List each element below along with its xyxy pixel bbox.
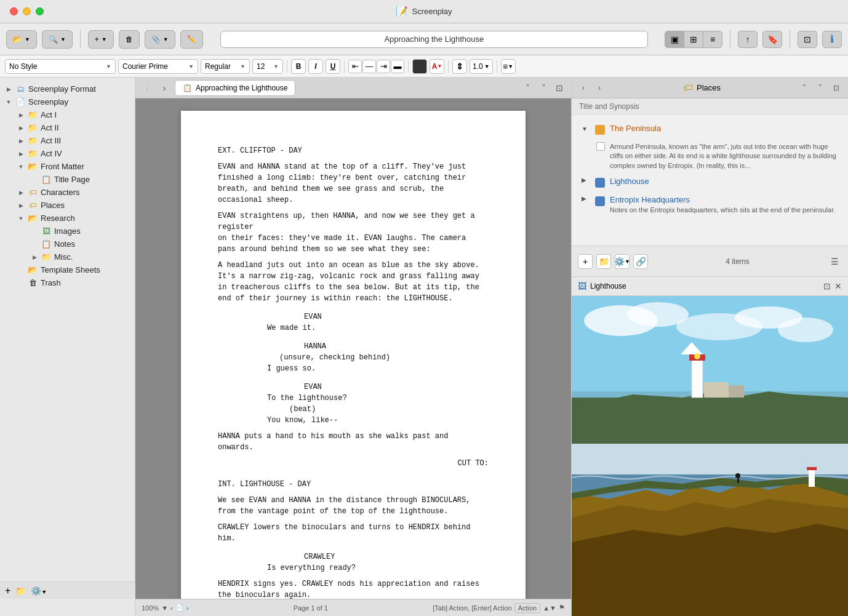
size-select[interactable]: 12 ▼ bbox=[252, 59, 283, 74]
disclosure-act-i: ▶ bbox=[17, 111, 25, 119]
search-icon: 🔍 bbox=[49, 35, 58, 44]
image-expand-btn[interactable]: ⊡ bbox=[823, 281, 831, 291]
align-left-btn[interactable]: ⇤ bbox=[348, 60, 362, 73]
sidebar-item-act-i[interactable]: ▶ 📁 Act I bbox=[0, 108, 135, 121]
sidebar-item-act-ii[interactable]: ▶ 📁 Act II bbox=[0, 121, 135, 134]
edit-btn[interactable]: ✏️ bbox=[180, 30, 203, 49]
rp-folder-btn[interactable]: 📁 bbox=[596, 254, 611, 269]
rp-list-view-btn[interactable]: ☰ bbox=[827, 254, 842, 269]
add-btn[interactable]: + ▼ bbox=[88, 30, 114, 49]
binder-btn[interactable]: 📂 ▼ bbox=[6, 30, 37, 49]
view-single-btn[interactable]: ▣ bbox=[665, 31, 684, 48]
sidebar-add-btn[interactable]: + bbox=[5, 585, 10, 596]
layout-btn[interactable]: ⊡ bbox=[798, 31, 817, 48]
sidebar-item-places[interactable]: ▶ 🏷 Places bbox=[0, 199, 135, 212]
doc-tab-controls: ˄ ˅ ⊡ bbox=[521, 81, 566, 95]
doc-tab-active[interactable]: 📋 Approaching the Lighthouse bbox=[175, 80, 295, 96]
rp-nav-up-btn[interactable]: ˄ bbox=[798, 81, 811, 95]
screenplay-page[interactable]: EXT. CLIFFTOP - DAY EVAN and HANNA stand… bbox=[181, 111, 526, 599]
doc-forward-btn[interactable]: › bbox=[158, 81, 171, 95]
sidebar-folder-btn[interactable]: 📁 bbox=[15, 586, 26, 596]
zoom-control[interactable]: 100% ▼ ‹ 📄 › bbox=[142, 604, 188, 612]
sidebar-item-template-sheets[interactable]: 📂 Template Sheets bbox=[0, 263, 135, 276]
peninsula-synopsis: Armund Peninsula, known as "the arm", ju… bbox=[591, 138, 843, 173]
sidebar-label-screenplay: Screenplay bbox=[28, 97, 130, 106]
rp-expand-btn[interactable]: ⊡ bbox=[830, 81, 843, 95]
bookmark-btn[interactable]: 🔖 bbox=[762, 31, 782, 48]
italic-btn[interactable]: I bbox=[308, 59, 323, 74]
research-icon: 📂 bbox=[27, 214, 38, 223]
image-close-btn[interactable]: ✕ bbox=[834, 281, 842, 291]
view-list-btn[interactable]: ≡ bbox=[703, 31, 722, 48]
svg-marker-18 bbox=[572, 524, 848, 616]
doc-scroll-up-btn[interactable]: ˄ bbox=[521, 81, 534, 95]
disclosure-trash bbox=[17, 279, 25, 287]
rp-item-entropix[interactable]: ▶ Entropix Headquarters Notes on the Ent… bbox=[577, 191, 843, 218]
zoom-arrow: ▼ bbox=[161, 604, 168, 612]
line-height-arrow: ▼ bbox=[484, 63, 490, 70]
characters-icon: 🏷 bbox=[27, 188, 38, 197]
sidebar-item-misc[interactable]: ▶ 📁 Misc. bbox=[0, 250, 135, 263]
bold-btn[interactable]: B bbox=[291, 59, 306, 74]
list-btn[interactable]: ≡▼ bbox=[501, 59, 516, 74]
minimize-button[interactable] bbox=[23, 7, 31, 15]
font-select[interactable]: Courier Prime ▼ bbox=[118, 59, 198, 74]
rp-item-peninsula[interactable]: ▼ The Peninsula bbox=[577, 120, 843, 138]
disclosure-front-matter: ▼ bbox=[17, 163, 25, 170]
disclosure-peninsula: ▼ bbox=[582, 126, 590, 132]
underline-btn[interactable]: U bbox=[326, 59, 340, 74]
sidebar-item-notes[interactable]: 📋 Notes bbox=[0, 238, 135, 250]
rp-settings-btn[interactable]: ⚙️ ▼ bbox=[615, 254, 630, 269]
action-mode-icon[interactable]: ⚑ bbox=[559, 604, 565, 612]
align-center-btn[interactable]: — bbox=[362, 60, 376, 73]
sidebar-item-images[interactable]: 🖼 Images bbox=[0, 225, 135, 238]
sidebar-item-characters[interactable]: ▶ 🏷 Characters bbox=[0, 186, 135, 199]
sidebar-item-title-page[interactable]: 📋 Title Page bbox=[0, 173, 135, 186]
sidebar-item-act-iv[interactable]: ▶ 📁 Act IV bbox=[0, 147, 135, 160]
weight-select[interactable]: Regular ▼ bbox=[201, 59, 250, 74]
maximize-button[interactable] bbox=[36, 7, 44, 15]
fmt-sep-5 bbox=[497, 60, 497, 73]
style-select[interactable]: No Style ▼ bbox=[5, 59, 116, 74]
text-color-btn[interactable] bbox=[412, 59, 427, 74]
sidebar-label-template-sheets: Template Sheets bbox=[41, 265, 130, 274]
delete-btn[interactable]: 🗑 bbox=[119, 30, 140, 49]
rp-item-lighthouse[interactable]: ▶ Lighthouse bbox=[577, 173, 843, 191]
highlight-color-btn[interactable]: A▼ bbox=[430, 59, 444, 74]
zoom-prev-btn[interactable]: ‹ bbox=[170, 604, 173, 612]
rp-link-btn[interactable]: 🔗 bbox=[633, 254, 648, 269]
rp-right-nav: ˄ ˅ ⊡ bbox=[798, 81, 843, 95]
sidebar-item-screenplay-format[interactable]: ▶ 🗂 Screenplay Format bbox=[0, 82, 135, 95]
doc-back-btn[interactable]: ‹ bbox=[140, 81, 154, 95]
rp-add-item-btn[interactable]: + bbox=[578, 254, 593, 269]
synopsis-checkbox[interactable] bbox=[596, 142, 605, 151]
attach-btn[interactable]: 📎 ▼ bbox=[145, 30, 175, 49]
align-justify-btn[interactable]: ▬ bbox=[391, 60, 404, 73]
info-btn[interactable]: ℹ bbox=[822, 31, 842, 48]
sidebar-item-screenplay[interactable]: ▼ 📄 Screenplay bbox=[0, 95, 135, 108]
sidebar-item-front-matter[interactable]: ▼ 📂 Front Matter bbox=[0, 160, 135, 173]
sidebar-item-trash[interactable]: 🗑 Trash bbox=[0, 276, 135, 289]
rp-nav-down-btn[interactable]: ˅ bbox=[814, 81, 827, 95]
rp-tab-bar: ‹ › 🏷 Places ˄ ˅ ⊡ bbox=[572, 78, 848, 98]
disclosure-misc: ▶ bbox=[31, 254, 38, 261]
sidebar-item-act-iii[interactable]: ▶ 📁 Act III bbox=[0, 134, 135, 147]
sidebar-item-research[interactable]: ▼ 📂 Research bbox=[0, 212, 135, 225]
view-grid-btn[interactable]: ⊞ bbox=[684, 31, 703, 48]
align-right-btn[interactable]: ⇥ bbox=[377, 60, 390, 73]
svg-rect-21 bbox=[807, 467, 817, 470]
doc-scroll-down-btn[interactable]: ˅ bbox=[537, 81, 550, 95]
close-button[interactable] bbox=[10, 7, 18, 15]
search-btn[interactable]: 🔍 ▼ bbox=[42, 30, 73, 49]
attach-icon: 📎 bbox=[151, 35, 161, 44]
rp-forward-btn[interactable]: › bbox=[593, 81, 606, 95]
zoom-next-btn[interactable]: › bbox=[186, 604, 189, 612]
separator-1 bbox=[80, 30, 81, 49]
sidebar-settings-btn[interactable]: ⚙️▼ bbox=[31, 586, 47, 596]
line-height-select[interactable]: 1.0 ▼ bbox=[470, 59, 493, 74]
action-mode-arrow[interactable]: ▲▼ bbox=[543, 604, 556, 612]
character-hanna-1: HANNA bbox=[304, 341, 489, 352]
rp-back-btn[interactable]: ‹ bbox=[577, 81, 590, 95]
share-btn[interactable]: ↑ bbox=[738, 31, 758, 48]
doc-expand-btn[interactable]: ⊡ bbox=[553, 81, 566, 95]
